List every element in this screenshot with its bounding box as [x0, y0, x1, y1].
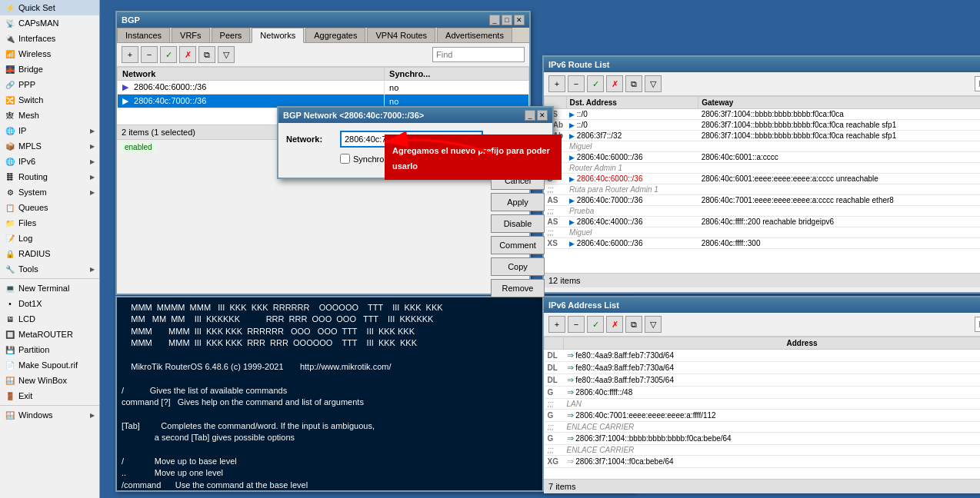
table-row[interactable]: DL ⇒ fe80::4aa9:8aff:feb7:730a/64 [545, 362, 981, 374]
capsman-icon: 📡 [5, 18, 15, 28]
ipv6-check-btn[interactable]: ✓ [587, 75, 604, 92]
remove-button[interactable]: − [141, 46, 158, 63]
table-row[interactable]: AS ▶ 2806:40c:7000::/36 2806:40c:7001:ee… [545, 195, 981, 206]
cell-gw: 2806:3f7:1004::bbbb:bbbb:bbbb:f0ca:f0ca [698, 109, 980, 120]
sidebar-item-capsman[interactable]: 📡 CAPsMAN [0, 15, 99, 31]
addr-check-btn[interactable]: ✓ [587, 316, 604, 333]
bgp-minimize-button[interactable]: _ [489, 15, 500, 25]
windows-icon: 🪟 [5, 410, 15, 420]
sidebar-item-tools[interactable]: 🔧 Tools ▶ [0, 261, 99, 277]
sidebar-item-interfaces[interactable]: 🔌 Interfaces [0, 31, 99, 46]
bgp-window-controls: _ □ ✕ [489, 15, 525, 25]
table-row[interactable]: DL ⇒ fe80::4aa9:8aff:feb7:730d/64 [545, 350, 981, 362]
ipv6-filter-btn[interactable]: ▽ [645, 75, 662, 92]
col-synchro: Synchro... [385, 68, 529, 81]
sidebar-label-ipv6: IPv6 [18, 157, 35, 166]
sidebar-item-mpls[interactable]: 📦 MPLS ▶ [0, 138, 99, 154]
sidebar-item-partition[interactable]: 💾 Partition [0, 342, 99, 357]
tab-vrfs[interactable]: VRFs [172, 28, 210, 42]
addr-add-btn[interactable]: + [548, 316, 565, 333]
sidebar-item-wireless[interactable]: 📶 Wireless [0, 46, 99, 61]
add-button[interactable]: + [122, 46, 138, 63]
addr-filter-btn[interactable]: ▽ [645, 316, 662, 333]
sidebar-item-new-terminal[interactable]: 💻 New Terminal [0, 281, 99, 296]
sidebar-item-radius[interactable]: 🔒 RADIUS [0, 246, 99, 261]
table-row[interactable]: G ⇒ 2806:3f7:1004::bbbb:bbbb:bbbb:f0ca:b… [545, 433, 981, 445]
disable-button[interactable]: Disable [491, 214, 545, 233]
table-row[interactable]: G ⇒ 2806:40c:7001:eeee:eeee:eeee:a:ffff/… [545, 410, 981, 422]
tab-instances[interactable]: Instances [117, 28, 170, 42]
comment-button[interactable]: Comment [491, 236, 545, 254]
sidebar-item-windows[interactable]: 🪟 Windows ▶ [0, 407, 99, 423]
sidebar-item-log[interactable]: 📝 Log [0, 231, 99, 246]
table-row[interactable]: AS ▶ 2806:40c:4000::/36 2806:40c:ffff::2… [545, 217, 981, 227]
sidebar-item-mesh[interactable]: 🕸 Mesh [0, 108, 99, 123]
sidebar-item-routing[interactable]: 🛤 Routing ▶ [0, 169, 99, 184]
sidebar-item-bridge[interactable]: 🌉 Bridge [0, 61, 99, 77]
tab-peers[interactable]: Peers [212, 28, 251, 42]
sidebar-label-system: System [18, 188, 47, 197]
ipv6-addr-titlebar: IPv6 Address List _ □ ✕ [544, 297, 980, 313]
main-area: BGP _ □ ✕ Instances VRFs Peers Networks … [100, 0, 980, 498]
sidebar-item-system[interactable]: ⚙ System ▶ [0, 184, 99, 200]
table-row[interactable]: DAb ▶ 2806:3f7::/32 2806:3f7:1004::bbbb:… [545, 131, 981, 141]
table-row[interactable]: DL ⇒ fe80::4aa9:8aff:feb7:7305/64 [545, 374, 981, 387]
copy-button[interactable]: Copy [491, 257, 545, 276]
addr-search-input[interactable] [975, 317, 980, 332]
row-label: XS [545, 238, 567, 249]
dialog-close-button[interactable]: ✕ [537, 110, 548, 121]
remove-button[interactable]: Remove [491, 279, 545, 297]
table-row[interactable]: XS ▶ 2806:40c:6000::/36 2806:40c:ffff::3… [545, 238, 981, 249]
cross-button[interactable]: ✗ [179, 46, 196, 63]
sidebar-label-partition: Partition [18, 345, 49, 354]
table-row[interactable]: XS ▶ 2806:40c:6000::/36 2806:40c:6001::a… [545, 152, 981, 163]
sidebar-item-quickset[interactable]: ⚡ Quick Set [0, 0, 99, 15]
copy-toolbar-button[interactable]: ⧉ [198, 46, 215, 63]
table-row[interactable]: XS ▶ ::/0 2806:3f7:1004::bbbb:bbbb:bbbb:… [545, 109, 981, 120]
sidebar-item-exit[interactable]: 🚪 Exit [0, 388, 99, 403]
sidebar-item-ppp[interactable]: 🔗 PPP [0, 77, 99, 92]
table-row[interactable]: ▶ 2806:40c:6000::/36 no [118, 81, 529, 95]
ipv6-copy-btn[interactable]: ⧉ [625, 75, 642, 92]
addr-remove-btn[interactable]: − [568, 316, 585, 333]
bgp-close-button[interactable]: ✕ [514, 15, 525, 25]
bgp-maximize-button[interactable]: □ [502, 15, 512, 25]
sidebar-label-ppp: PPP [18, 80, 35, 89]
addr-cross-btn[interactable]: ✗ [606, 316, 623, 333]
tab-advertisements[interactable]: Advertisements [437, 28, 512, 42]
comment-text: Miguel [566, 141, 980, 152]
sidebar-item-ip[interactable]: 🌐 IP ▶ [0, 123, 99, 138]
table-row[interactable]: XG ⇒ 2806:3f7:1004::f0ca:bebe/64 [545, 456, 981, 468]
dialog-minimize-button[interactable]: _ [525, 110, 535, 121]
filter-button[interactable]: ▽ [218, 46, 235, 63]
table-row[interactable]: G ⇒ 2806:40c:ffff::/48 [545, 387, 981, 399]
sidebar-item-metarouter[interactable]: 🔲 MetaROUTER [0, 327, 99, 342]
row-label: G [545, 433, 564, 445]
check-button[interactable]: ✓ [160, 46, 177, 63]
sidebar-item-new-winbox[interactable]: 🪟 New WinBox [0, 373, 99, 388]
ipv6-remove-btn[interactable]: − [568, 75, 585, 92]
tab-networks[interactable]: Networks [252, 28, 304, 43]
table-row[interactable]: S ▶ 2806:40c:6000::/36 2806:40c:6001:eee… [545, 174, 981, 184]
sidebar-item-ipv6[interactable]: 🌐 IPv6 ▶ [0, 154, 99, 169]
synchronize-checkbox[interactable] [340, 154, 350, 164]
sidebar-item-lcd[interactable]: 🖥 LCD [0, 311, 99, 327]
sidebar-item-switch[interactable]: 🔀 Switch [0, 92, 99, 108]
ipv6-toolbar: + − ✓ ✗ ⧉ ▽ [544, 72, 980, 96]
ipv6-add-btn[interactable]: + [548, 75, 565, 92]
ipv6-route-title: IPv6 Route List [548, 60, 609, 69]
tab-vpn4-routes[interactable]: VPN4 Routes [367, 28, 435, 42]
bgp-search-input[interactable] [432, 47, 525, 62]
ipv6-cross-btn[interactable]: ✗ [606, 75, 623, 92]
tab-aggregates[interactable]: Aggregates [305, 28, 365, 42]
sidebar-item-files[interactable]: 📁 Files [0, 215, 99, 231]
ipv6-search-input[interactable] [975, 76, 980, 91]
sidebar-item-dot1x[interactable]: • Dot1X [0, 296, 99, 311]
sidebar-item-supout[interactable]: 📄 Make Supout.rif [0, 357, 99, 373]
table-row[interactable]: DAb ▶ ::/0 2806:3f7:1004::bbbb:bbbb:bbbb… [545, 120, 981, 131]
addr-copy-btn[interactable]: ⧉ [625, 316, 642, 333]
ipv6-route-status: 12 items [544, 273, 980, 287]
apply-button[interactable]: Apply [491, 193, 545, 211]
sidebar-item-queues[interactable]: 📋 Queues [0, 200, 99, 215]
mpls-arrow: ▶ [90, 143, 95, 150]
